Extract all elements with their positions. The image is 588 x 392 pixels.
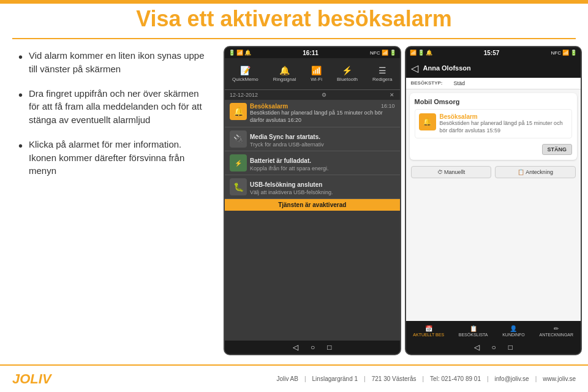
kundinfo-button[interactable]: 👤 KUNDINFO [502, 325, 525, 337]
phone1-status-bar: 🔋 📶 🔔 16:11 NFC 📶 🔋 [225, 47, 400, 58]
besokslista-label: BESÖKSLISTA [459, 333, 488, 337]
battery-notif-icon: ⚡ [230, 154, 247, 172]
bullet-text: Vid alarm kommer en liten ikon synas upp… [29, 49, 208, 76]
mobil-omsorg-section: Mobil Omsorg 🔔 Besöksalarm Besökstiden h… [410, 93, 578, 160]
page-title: Visa ett aktiverat besöksalarm [0, 6, 588, 32]
stang-button[interactable]: STÄNG [542, 144, 573, 155]
title-separator [12, 38, 576, 39]
kundinfo-label: KUNDINFO [502, 333, 525, 337]
back-button[interactable]: ◁ [293, 343, 298, 352]
usb-content: Media Sync har startats. Tryck för andra… [250, 130, 395, 148]
footer-tel: Tel: 021-470 89 01 [430, 375, 481, 382]
quickmemo-button[interactable]: 📝 QuickMemo [232, 66, 258, 82]
signal-icon: 📶 [236, 50, 243, 56]
battery-title: Batteriet är fulladdat. [250, 157, 311, 164]
phone2-battery-icon: 🔋 [418, 50, 424, 56]
wifi-icon: 📶 [382, 50, 388, 56]
bullet-dot: • [18, 139, 23, 153]
phone2-back-button[interactable]: ◁ [474, 343, 480, 352]
battery-icon2: 🔋 [390, 50, 396, 56]
phone2-nfc-icon: NFC [551, 50, 561, 56]
bullet-list: • Vid alarm kommer en liten ikon synas u… [18, 49, 208, 189]
notification-usb[interactable]: 🔌 Media Sync har startats. Tryck för and… [225, 127, 400, 151]
anteckningar-label: ANTECKNINGAR [539, 333, 573, 337]
ringsignal-button[interactable]: 🔔 Ringsignal [273, 66, 296, 82]
action-buttons-row: ⏱ Manuellt 📋 Anteckning [406, 164, 581, 181]
redigera-button[interactable]: ☰ Redigera [372, 66, 392, 82]
battery-body: Koppla ifrån för att spara energi. [250, 165, 395, 172]
anteckningar-button[interactable]: ✏ ANTECKNINGAR [539, 325, 573, 337]
close-icon[interactable]: ✕ [390, 92, 394, 98]
alarm-card-icon: 🔔 [419, 113, 436, 130]
besoksalarm-card[interactable]: 🔔 Besöksalarm Besökstiden har planerad l… [415, 109, 573, 138]
bullet-dot: • [18, 88, 23, 102]
notification-battery[interactable]: ⚡ Batteriet är fulladdat. Koppla ifrån f… [225, 151, 400, 175]
nfc-icon: NFC [370, 50, 380, 56]
home-button[interactable]: ○ [311, 343, 315, 352]
redigera-icon: ☰ [379, 66, 386, 75]
usb-title: Media Sync har startats. [250, 134, 320, 140]
notification-besoksalarm[interactable]: 🔔 Besöksalarm 16:10 Besökstiden har plan… [225, 100, 400, 127]
phone2-recent-button[interactable]: □ [508, 343, 513, 352]
anteckning-button[interactable]: 📋 Anteckning [495, 166, 576, 178]
settings-icon: ⚙ [322, 92, 326, 98]
wifi-button[interactable]: 📶 Wi-Fi [311, 66, 322, 82]
battery-icon: 🔋 [228, 50, 235, 56]
notification-usbdebug[interactable]: 🐛 USB-felsökning ansluten Välj att inakt… [225, 175, 400, 199]
volume-icon: 🔔 [244, 50, 251, 56]
phone1-quick-bar: 📝 QuickMemo 🔔 Ringsignal 📶 Wi-Fi ⚡ Bluet… [225, 58, 400, 90]
bluetooth-button[interactable]: ⚡ Bluetooth [337, 66, 358, 82]
visit-type-label: BESÖKSTYP: [411, 80, 454, 86]
notif-date-bar: 12-12-2012 ⚙ ✕ [225, 90, 400, 100]
phone2-home-button[interactable]: ○ [492, 343, 496, 352]
usbdebug-title: USB-felsökning ansluten [250, 181, 322, 188]
besokslista-button[interactable]: 📋 BESÖKSLISTA [459, 325, 488, 337]
besoksalarm-body: Besökstiden har planerad längd på 15 min… [250, 110, 395, 124]
manuellt-button[interactable]: ⏱ Manuellt [411, 166, 492, 178]
list-item: • Klicka på alarmet för mer information.… [18, 138, 208, 178]
ringsignal-icon: 🔔 [279, 66, 290, 75]
phone2-icons-left: 📶 🔋 🔔 [410, 50, 432, 56]
phone1-notification-list: 12-12-2012 ⚙ ✕ 🔔 Besöksalarm 16:10 Besök… [225, 90, 400, 341]
service-deactivated-bar: Tjänsten är avaktiverad [225, 199, 400, 211]
phone2-vol-icon: 🔔 [426, 50, 432, 56]
phone2-nav-bottom: ◁ ○ □ [406, 341, 581, 354]
bluetooth-label: Bluetooth [337, 77, 358, 82]
recent-button[interactable]: □ [327, 343, 331, 352]
footer-company: Joliv AB [276, 375, 298, 382]
alarm-card-info: Besöksalarm Besökstiden har planerad län… [440, 113, 568, 134]
bullet-dot: • [18, 50, 23, 64]
phone2-battery2-icon: 🔋 [570, 50, 577, 56]
phone1-nav-bottom: ◁ ○ □ [225, 341, 400, 354]
footer-info: Joliv AB | Linslagargränd 1 | 721 30 Väs… [276, 375, 576, 382]
phones-container: 🔋 📶 🔔 16:11 NFC 📶 🔋 📝 QuickMemo 🔔 Ringsi… [224, 46, 582, 355]
redigera-label: Redigera [372, 77, 392, 82]
footer-city: 721 30 Västerås [372, 375, 417, 382]
manuellt-icon: ⏱ [437, 169, 445, 175]
notif-date: 12-12-2012 [230, 92, 258, 98]
aktuellt-icon: 📅 [425, 325, 432, 332]
quickmemo-label: QuickMemo [232, 77, 258, 82]
alarm-card-title: Besöksalarm [440, 113, 568, 120]
aktuellt-bes-button[interactable]: 📅 AKTUELLT BES [413, 325, 444, 337]
besoksalarm-title: Besöksalarm [250, 103, 288, 110]
usb-icon: 🔌 [230, 130, 247, 148]
section-title: Mobil Omsorg [415, 98, 573, 105]
visit-type-value: Städ [454, 80, 466, 86]
ringsignal-label: Ringsignal [273, 77, 296, 82]
wifi-qs-icon: 📶 [311, 66, 322, 75]
besoksalarm-content: Besöksalarm 16:10 Besökstiden har planer… [250, 103, 395, 124]
phone2-time: 15:57 [484, 50, 500, 56]
usbdebug-body: Välj att inaktivera USB-felsökning. [250, 189, 395, 195]
quickmemo-icon: 📝 [240, 66, 251, 75]
usbdebug-content: USB-felsökning ansluten Välj att inaktiv… [250, 178, 395, 195]
visit-type-row: BESÖKSTYP: Städ [406, 78, 581, 89]
besoksalarm-time: 16:10 [381, 103, 395, 110]
phone2-icons-right: NFC 📶 🔋 [551, 50, 577, 56]
customer-name: Anna Olofsson [423, 64, 471, 72]
anteckningar-icon: ✏ [554, 325, 559, 332]
phone2-footer-nav: 📅 AKTUELLT BES 📋 BESÖKSLISTA 👤 KUNDINFO … [406, 321, 581, 341]
back-arrow-icon[interactable]: ◁ [411, 62, 418, 74]
wifi-label: Wi-Fi [311, 77, 322, 82]
usbdebug-icon: 🐛 [230, 178, 247, 195]
